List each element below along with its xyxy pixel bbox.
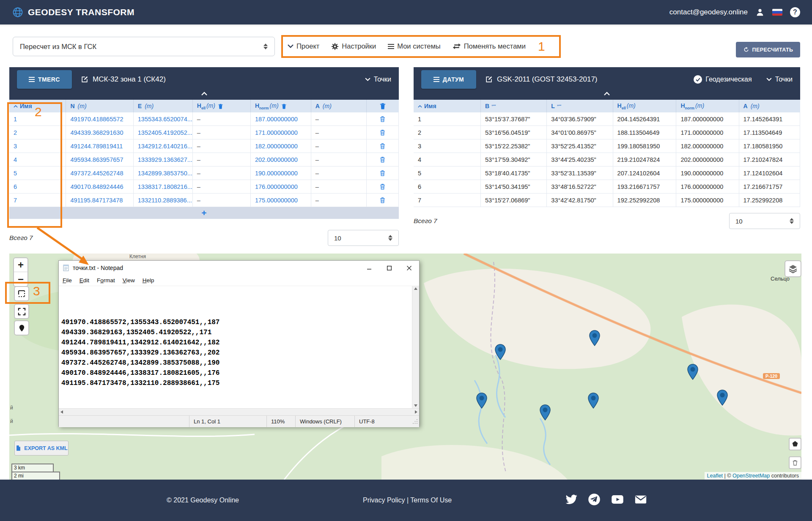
scroll-down-icon[interactable] [414, 404, 417, 407]
cell-a[interactable]: – [311, 194, 367, 207]
cell-e[interactable]: 1355343.6520074... [134, 112, 193, 126]
column-header-e[interactable]: E(m) [134, 100, 193, 112]
cell-a[interactable]: – [311, 166, 367, 180]
projection-type-button[interactable]: TMERC [17, 70, 72, 89]
source-points-dropdown[interactable]: Точки [365, 76, 391, 83]
cell-n[interactable]: 490170.848924446 [66, 180, 133, 194]
delete-row-button[interactable] [379, 129, 386, 136]
scroll-up-icon[interactable] [414, 287, 417, 290]
cell-name[interactable]: 4 [9, 153, 66, 166]
cell-n[interactable]: 497372.445262748 [66, 166, 133, 180]
cell-hell[interactable]: – [193, 153, 251, 166]
privacy-policy-link[interactable]: Privacy Policy [363, 496, 405, 504]
telegram-icon[interactable] [588, 493, 601, 506]
cell-hell[interactable]: – [193, 126, 251, 139]
column-header-l[interactable]: L°′″ [547, 100, 613, 112]
menu-file[interactable]: File [59, 277, 76, 284]
column-header-hnorm[interactable]: Hnorm(m) [676, 100, 739, 112]
cell-name[interactable]: 5 [9, 166, 66, 180]
export-kml-button[interactable]: EXPORT AS KML [14, 441, 69, 456]
layers-button[interactable] [785, 260, 801, 277]
cell-hnorm[interactable]: 202.000000000 [251, 153, 311, 166]
cell-n[interactable]: 491970.418865572 [66, 112, 133, 126]
notepad-titlebar[interactable]: точки.txt - Notepad [59, 261, 419, 275]
notepad-text-area[interactable]: 491970.418865572,1355343.652007451,,1874… [59, 286, 412, 408]
twitter-icon[interactable] [565, 493, 578, 506]
cell-a[interactable]: – [311, 126, 367, 139]
youtube-icon[interactable] [611, 493, 624, 506]
zoom-out-button[interactable]: − [14, 272, 27, 286]
menu-item-project[interactable]: Проект [288, 42, 319, 50]
delete-row-button[interactable] [379, 196, 386, 204]
cell-hell[interactable]: – [193, 180, 251, 194]
column-header-name[interactable]: Имя [414, 100, 481, 112]
menu-item-settings[interactable]: Настройки [331, 42, 376, 50]
recalculate-button[interactable]: ПЕРЕСЧИТАТЬ [736, 42, 800, 57]
cell-e[interactable]: 1342912.6140216... [134, 139, 193, 153]
delete-row-button[interactable] [379, 115, 386, 123]
target-collapse-strip[interactable] [414, 92, 800, 100]
cell-a[interactable]: – [311, 180, 367, 194]
cell-hell[interactable]: – [193, 166, 251, 180]
flag-ru-icon[interactable] [772, 9, 782, 16]
cell-hnorm[interactable]: 190.000000000 [251, 166, 311, 180]
cell-e[interactable]: 1338317.1808216... [134, 180, 193, 194]
map[interactable]: Клетня Сельцо й й Р-120 + − EXPORT AS KM… [9, 254, 801, 480]
page-size-select[interactable]: 10 [729, 213, 800, 229]
cell-e[interactable]: 1333929.1363627... [134, 153, 193, 166]
cell-e[interactable]: 1352405.4192052... [134, 126, 193, 139]
cell-hnorm[interactable]: 182.000000000 [251, 139, 311, 153]
source-system-title[interactable]: МСК-32 зона 1 (СК42) [80, 75, 166, 84]
marker-tool-button[interactable] [14, 320, 29, 336]
cell-hnorm[interactable]: 187.000000000 [251, 112, 311, 126]
target-points-dropdown[interactable]: Точки [766, 76, 793, 83]
delete-row-button[interactable] [379, 142, 386, 150]
cell-hnorm[interactable]: 175.000000000 [251, 194, 311, 207]
cell-n[interactable]: 491195.847173478 [66, 194, 133, 207]
column-header-a[interactable]: A(m) [739, 100, 800, 112]
email-icon[interactable] [634, 493, 647, 506]
user-icon[interactable] [755, 8, 765, 17]
menu-format[interactable]: Format [93, 277, 119, 284]
close-button[interactable] [399, 261, 419, 275]
resize-grip[interactable] [408, 416, 419, 427]
vertical-scrollbar[interactable] [412, 286, 419, 408]
cell-a[interactable]: – [311, 139, 367, 153]
delete-row-button[interactable] [379, 156, 386, 163]
cell-a[interactable]: – [311, 153, 367, 166]
datum-type-button[interactable]: ДАТУМ [421, 70, 476, 89]
cell-a[interactable]: – [311, 112, 367, 126]
delete-shape-button[interactable] [789, 456, 801, 469]
cell-n[interactable]: 495934.863957657 [66, 153, 133, 166]
delete-row-button[interactable] [379, 169, 386, 177]
fullscreen-button[interactable] [14, 304, 29, 319]
horizontal-scrollbar[interactable] [59, 408, 419, 415]
cell-hnorm[interactable]: 171.000000000 [251, 126, 311, 139]
account-email[interactable]: contact@geodesy.online [669, 8, 748, 16]
menu-view[interactable]: View [119, 277, 139, 284]
column-header-hnorm[interactable]: Hnorm(m) [251, 100, 311, 112]
source-collapse-strip[interactable] [9, 92, 399, 100]
cell-hnorm[interactable]: 176.000000000 [251, 180, 311, 194]
cell-n[interactable]: 491244.789819411 [66, 139, 133, 153]
cell-name[interactable]: 7 [9, 194, 66, 207]
cell-n[interactable]: 494339.368291630 [66, 126, 133, 139]
geodetic-toggle[interactable]: Геодезическая [694, 75, 752, 84]
draw-shape-button[interactable] [789, 438, 801, 450]
leaflet-link[interactable]: Leaflet [707, 473, 723, 479]
delete-row-button[interactable] [379, 183, 386, 190]
terms-link[interactable]: Terms Of Use [410, 496, 452, 504]
cell-hell[interactable]: – [193, 194, 251, 207]
menu-help[interactable]: Help [139, 277, 158, 284]
scroll-left-icon[interactable] [60, 410, 63, 414]
preset-select[interactable]: Пересчет из МСК в ГСК [13, 37, 275, 56]
menu-edit[interactable]: Edit [76, 277, 93, 284]
menu-item-swap[interactable]: Поменять местами [453, 42, 526, 50]
box-select-button[interactable] [14, 286, 29, 301]
cell-e[interactable]: 1342899.3853750... [134, 166, 193, 180]
notepad-window[interactable]: точки.txt - Notepad File Edit Format Vie… [58, 260, 420, 427]
menu-item-my-systems[interactable]: Мои системы [388, 42, 440, 50]
column-header-n[interactable]: N(m) [66, 100, 133, 112]
zoom-in-button[interactable]: + [14, 258, 27, 272]
column-header-hell[interactable]: Hell(m) [613, 100, 677, 112]
